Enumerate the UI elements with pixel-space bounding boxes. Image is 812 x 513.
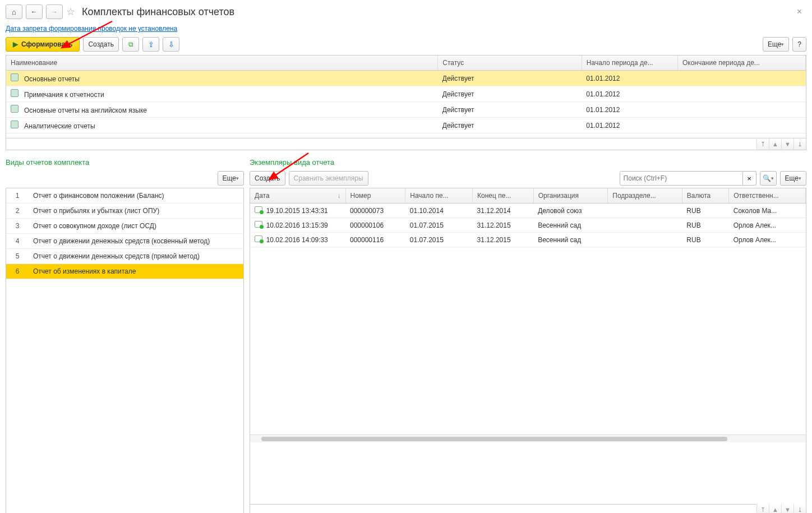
more-button-top[interactable]: Еще xyxy=(763,37,789,52)
report-types-table: 1Отчет о финансовом положении (Баланс)2О… xyxy=(6,188,244,513)
page-last[interactable]: ⤓ xyxy=(793,504,806,513)
folder-icon xyxy=(11,89,19,97)
table-row[interactable]: Основные отчеты на английском языкеДейст… xyxy=(6,102,806,118)
list-item[interactable]: 6Отчет об изменениях в капитале xyxy=(6,264,243,279)
grid-col[interactable]: Ответственн... xyxy=(729,188,806,204)
more-button-left[interactable]: Еще xyxy=(218,171,244,186)
grid-col[interactable]: Номер xyxy=(345,188,405,204)
table-row[interactable]: 10.02.2016 14:09:3300000011601.07.201531… xyxy=(250,233,806,247)
table-row[interactable]: 10.02.2016 13:15:3900000010601.07.201531… xyxy=(250,218,806,233)
top-pager: ⤒ ▲ ▼ ⤓ xyxy=(6,138,806,150)
forward-button[interactable]: → xyxy=(46,4,63,19)
copy-icon: ⧉ xyxy=(128,40,133,48)
list-item[interactable]: 2Отчет о прибылях и убытках (лист ОПУ) xyxy=(6,204,243,219)
more-button-right[interactable]: Еще xyxy=(780,171,806,186)
horizontal-scrollbar[interactable] xyxy=(250,435,806,442)
page-down[interactable]: ▼ xyxy=(781,138,793,150)
search-options-button[interactable]: 🔍 xyxy=(760,171,777,186)
arrow-down-icon: ⇩ xyxy=(168,40,174,49)
right-panel-title: Экземпляры вида отчета xyxy=(250,158,806,167)
col-status[interactable]: Статус xyxy=(438,56,582,71)
close-button[interactable]: × xyxy=(792,4,806,19)
grid-col[interactable]: Организация xyxy=(533,188,608,204)
help-button[interactable]: ? xyxy=(792,37,806,52)
play-icon: ▶ xyxy=(13,40,18,48)
grid-col[interactable]: Конец пе... xyxy=(473,188,534,204)
page-up[interactable]: ▲ xyxy=(769,504,781,513)
move-up-button[interactable]: ⇧ xyxy=(142,37,159,52)
table-row[interactable]: Примечания к отчетностиДействует01.01.20… xyxy=(6,86,806,102)
main-toolbar: ▶ Сформировать Создать ⧉ ⇧ ⇩ Еще ? xyxy=(6,37,806,52)
back-button[interactable]: ← xyxy=(26,4,43,19)
page-first[interactable]: ⤒ xyxy=(756,504,769,513)
table-row[interactable]: Основные отчетыДействует01.01.2012 xyxy=(6,71,806,86)
magnifier-icon: 🔍 xyxy=(763,174,771,182)
page-last[interactable]: ⤓ xyxy=(793,138,806,150)
document-icon xyxy=(255,221,262,228)
col-end[interactable]: Окончание периода де... xyxy=(677,56,805,71)
right-pager: ⤒ ▲ ▼ ⤓ xyxy=(250,504,806,513)
copy-button[interactable]: ⧉ xyxy=(122,37,139,52)
grid-col[interactable]: Дата ↓ xyxy=(250,188,345,204)
folder-icon xyxy=(11,105,19,113)
folder-icon xyxy=(11,121,19,128)
reportsets-table: Наименование Статус Начало периода де...… xyxy=(6,55,806,138)
favorite-star-icon[interactable]: ☆ xyxy=(66,6,75,18)
page-up[interactable]: ▲ xyxy=(769,138,781,150)
list-item[interactable]: 3Отчет о совокупном доходе (лист ОСД) xyxy=(6,219,243,234)
search-input[interactable] xyxy=(620,171,743,186)
home-icon: ⌂ xyxy=(12,8,16,16)
page-first[interactable]: ⤒ xyxy=(756,138,769,150)
grid-col[interactable]: Начало пе... xyxy=(405,188,473,204)
move-down-button[interactable]: ⇩ xyxy=(163,37,179,52)
col-start[interactable]: Начало периода де... xyxy=(582,56,677,71)
document-icon xyxy=(255,235,262,242)
arrow-left-icon: ← xyxy=(31,8,38,16)
table-row[interactable]: 19.10.2015 13:43:3100000007301.10.201431… xyxy=(250,204,806,218)
list-item[interactable]: 1Отчет о финансовом положении (Баланс) xyxy=(6,188,243,204)
search-clear-button[interactable]: × xyxy=(743,171,756,186)
instances-table: Дата ↓НомерНачало пе...Конец пе...Органи… xyxy=(250,188,806,505)
document-icon xyxy=(255,206,262,213)
page-down[interactable]: ▼ xyxy=(781,504,793,513)
left-panel-title: Виды отчетов комплекта xyxy=(6,158,244,167)
list-item[interactable]: 5Отчет о движении денежных средств (прям… xyxy=(6,249,243,264)
arrow-right-icon: → xyxy=(51,8,58,16)
arrow-up-icon: ⇧ xyxy=(148,40,154,49)
page-title: Комплекты финансовых отчетов xyxy=(82,6,234,18)
grid-col[interactable]: Валюта xyxy=(682,188,728,204)
window-header: ⌂ ← → ☆ Комплекты финансовых отчетов × xyxy=(6,4,806,19)
grid-col[interactable]: Подразделе... xyxy=(608,188,682,204)
table-row[interactable]: Аналитические отчетыДействует01.01.2012 xyxy=(6,118,806,133)
folder-icon xyxy=(11,73,19,81)
home-button[interactable]: ⌂ xyxy=(6,4,22,19)
col-name[interactable]: Наименование xyxy=(6,56,438,71)
list-item[interactable]: 4Отчет о движении денежных средств (косв… xyxy=(6,234,243,249)
